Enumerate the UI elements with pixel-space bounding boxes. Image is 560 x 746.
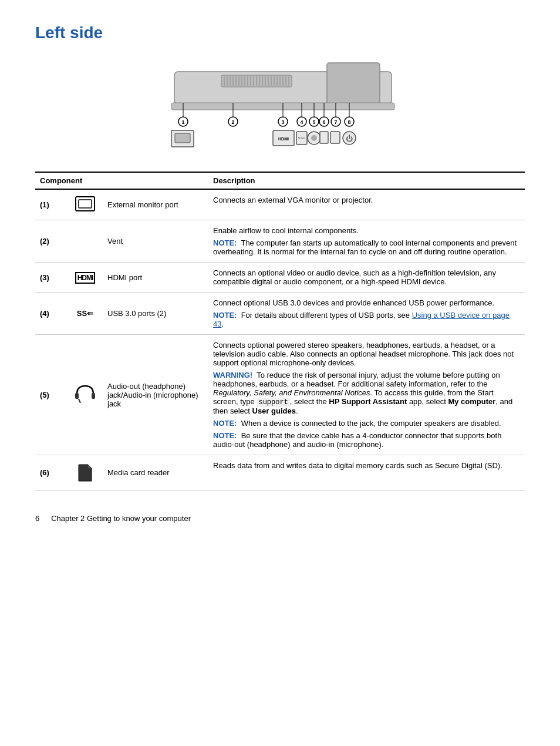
component-desc: Connects an external VGA monitor or proj… [208,189,525,220]
svg-rect-64 [79,200,92,208]
component-icon [68,455,103,490]
svg-rect-60 [330,132,340,143]
component-icon [68,189,103,220]
component-icon: HDMI [68,263,103,293]
svg-rect-65 [75,393,79,399]
footer-chapter-text: Chapter 2 Getting to know your computer [51,514,191,523]
svg-text:HDMI: HDMI [278,137,289,141]
svg-text:5: 5 [312,119,315,125]
component-num: (5) [35,335,68,455]
component-num: (4) [35,293,68,335]
usb-device-link[interactable]: Using a USB device on page 43 [213,311,510,328]
component-icon [68,335,103,455]
component-num: (1) [35,189,68,220]
component-name: Media card reader [103,455,208,490]
component-num: (6) [35,455,68,490]
laptop-diagram: 1 2 3 4 5 6 7 8 HDMI [139,54,421,160]
footer-page-number: 6 [35,514,39,523]
page-title: Left side [35,23,525,42]
component-icon: SS⇐ [68,293,103,335]
svg-rect-59 [320,132,328,143]
col-description: Description [208,172,525,189]
component-desc: Enable airflow to cool internal componen… [208,220,525,263]
svg-rect-52 [175,133,190,143]
svg-rect-1 [327,63,380,105]
headphone-icon [75,382,96,406]
col-component: Component [35,172,208,189]
usb3-icon: SS⇐ [77,309,93,318]
vga-icon [75,196,96,212]
component-name: HDMI port [103,263,208,293]
svg-text:8: 8 [348,119,350,125]
svg-rect-66 [92,393,95,399]
laptop-svg: 1 2 3 4 5 6 7 8 HDMI [139,54,421,160]
table-row: (5) Audio-out (headphone) jack/Audio-in … [35,335,525,455]
table-row: (4) SS⇐ USB 3.0 ports (2) Connect option… [35,293,525,335]
component-name: Audio-out (headphone) jack/Audio-in (mic… [103,335,208,455]
component-name: USB 3.0 ports (2) [103,293,208,335]
hdmi-icon: HDMI [75,272,96,284]
svg-text:2: 2 [231,119,234,125]
component-icon [68,220,103,263]
sdcard-icon [76,461,94,482]
svg-text:4: 4 [300,119,303,125]
component-num: (2) [35,220,68,263]
component-desc: Connects optional powered stereo speaker… [208,335,525,455]
svg-point-58 [311,135,317,141]
svg-text:1: 1 [181,119,184,125]
svg-text:7: 7 [334,119,337,125]
svg-line-67 [79,399,80,403]
table-row: (1) External monitor port Connects an ex… [35,189,525,220]
component-desc: Connects an optional video or audio devi… [208,263,525,293]
table-row: (2) Vent Enable airflow to cool internal… [35,220,525,263]
svg-text:⏻: ⏻ [346,135,353,143]
svg-text:3: 3 [281,119,284,125]
component-num: (3) [35,263,68,293]
table-row: (6) Media card reader Reads data from an… [35,455,525,490]
component-desc: Connect optional USB 3.0 devices and pro… [208,293,525,335]
page-footer: 6 Chapter 2 Getting to know your compute… [35,514,525,523]
svg-text:6: 6 [322,119,325,125]
svg-text:SS⇐: SS⇐ [298,136,305,140]
component-name: External monitor port [103,189,208,220]
component-desc: Reads data from and writes data to digit… [208,455,525,490]
component-name: Vent [103,220,208,263]
components-table: Component Description (1) External monit… [35,172,525,490]
table-row: (3) HDMI HDMI port Connects an optional … [35,263,525,293]
